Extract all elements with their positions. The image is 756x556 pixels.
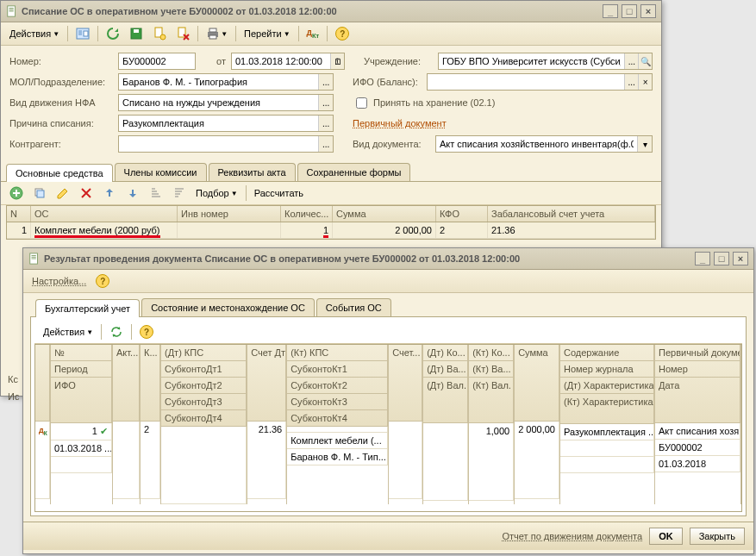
svg-point-6 <box>160 34 166 40</box>
cell-summa: 2 000,00 <box>333 222 436 238</box>
footer-bar: Отчет по движениям документа OK Закрыть <box>23 522 753 550</box>
goto-dropdown[interactable]: Перейти▼ <box>241 27 294 41</box>
calendar-icon[interactable]: 🗓 <box>330 53 344 69</box>
tab-saved-forms[interactable]: Сохраненные формы <box>297 163 411 181</box>
maximize-button[interactable]: □ <box>622 4 637 18</box>
label-ifo: ИФО (Баланс): <box>353 77 422 87</box>
copy-row-icon[interactable] <box>29 184 50 202</box>
doc-icon <box>6 5 18 17</box>
tb-refresh-icon[interactable] <box>103 25 123 42</box>
gh-zabal[interactable]: Забалансовый счет учета <box>488 206 655 222</box>
dtkt-icon: ДК <box>35 422 50 499</box>
titlebar-2: Результат проведения документа Списание … <box>23 248 753 270</box>
svg-rect-9 <box>209 28 216 32</box>
sort-asc-icon[interactable] <box>146 184 166 202</box>
ellipsis-icon[interactable]: ... <box>624 74 638 90</box>
tb-post-icon[interactable] <box>149 25 170 42</box>
svg-rect-2 <box>84 31 88 36</box>
main-toolbar: Действия▼ ▼ Перейти▼ ДКт ? <box>1 22 661 46</box>
tb-print-icon[interactable]: ▼ <box>203 25 231 42</box>
minimize-button[interactable]: _ <box>603 4 618 18</box>
rasschitat-button[interactable]: Рассчитать <box>251 186 307 200</box>
report-link[interactable]: Отчет по движениям документа <box>503 531 643 541</box>
tab-komissia[interactable]: Члены комиссии <box>115 163 207 181</box>
delete-row-icon[interactable] <box>76 184 97 202</box>
close-button[interactable]: × <box>733 252 748 266</box>
field-mol[interactable]: ... <box>118 73 334 91</box>
field-vid-doc[interactable]: ▾ <box>435 135 653 153</box>
refresh-icon[interactable] <box>106 323 127 340</box>
link-pervich-doc[interactable]: Первичный документ <box>353 118 447 128</box>
label-nomer: Номер: <box>9 56 113 66</box>
tab-buh[interactable]: Бухгалтерский учет <box>35 299 140 317</box>
dropdown-icon[interactable]: ▾ <box>637 136 652 152</box>
podbor-dropdown[interactable]: Подбор▼ <box>192 186 241 200</box>
grid-toolbar: Подбор▼ Рассчитать <box>1 182 661 205</box>
edit-row-icon[interactable] <box>53 184 73 202</box>
sort-desc-icon[interactable] <box>169 184 190 202</box>
svg-rect-13 <box>37 191 44 197</box>
grid-os: N ОС Инв номер Количес... Сумма КФО Заба… <box>6 205 656 240</box>
window-title-2: Результат проведения документа Списание … <box>44 253 695 264</box>
cell-kfo: 2 <box>436 222 488 238</box>
field-uchrezh[interactable]: ...🔍 <box>438 53 653 70</box>
toolbar-2: Настройка... ? <box>23 270 753 293</box>
close-button[interactable]: × <box>640 4 656 18</box>
ellipsis-icon[interactable]: ... <box>318 136 333 152</box>
gh-qty[interactable]: Количес... <box>281 206 333 222</box>
label-mol: МОЛ/Подразделение: <box>9 77 113 87</box>
ellipsis-icon[interactable]: ... <box>318 116 333 131</box>
svg-rect-4 <box>134 29 139 33</box>
titlebar: Списание ОС в оперативном учете БУ000002… <box>1 1 661 22</box>
field-vid-dvizh[interactable]: ... <box>118 94 334 111</box>
cell-os: Комплект мебели (2000 руб) <box>31 222 178 238</box>
add-row-icon[interactable] <box>6 184 27 202</box>
window-title: Списание ОС в оперативном учете БУ000002… <box>22 6 603 16</box>
move-up-icon[interactable] <box>99 184 120 202</box>
gh-os[interactable]: ОС <box>31 206 178 222</box>
gh-summa[interactable]: Сумма <box>333 206 436 222</box>
tb-dtkt-icon[interactable]: ДКт <box>303 27 323 41</box>
clear-icon[interactable]: × <box>638 74 652 90</box>
help-button[interactable]: ? <box>136 323 157 340</box>
tab-os[interactable]: Основные средства <box>6 164 113 182</box>
ellipsis-icon[interactable]: ... <box>318 95 333 110</box>
cell-qty: 1 <box>281 222 333 238</box>
label-ot: от <box>216 56 226 66</box>
tb-form-icon[interactable] <box>72 25 93 42</box>
gh-inv[interactable]: Инв номер <box>178 206 281 222</box>
ellipsis-icon[interactable]: ... <box>318 74 333 90</box>
tb-unpost-icon[interactable] <box>172 25 193 42</box>
help-button[interactable]: ? <box>92 272 113 290</box>
minimize-button[interactable]: _ <box>695 252 710 266</box>
ellipsis-icon[interactable]: ... <box>624 53 638 69</box>
gh-kfo[interactable]: КФО <box>436 206 488 222</box>
maximize-button[interactable]: □ <box>714 252 729 266</box>
tab-sobytiya[interactable]: События ОС <box>316 298 391 316</box>
label-uchrezh: Учреждение: <box>364 56 433 66</box>
fragment-k: Кс <box>8 374 18 384</box>
search-icon[interactable]: 🔍 <box>638 53 652 69</box>
field-prichina[interactable]: ... <box>118 115 334 132</box>
tab-sostoyanie[interactable]: Состояние и местонахождение ОС <box>141 298 315 316</box>
close-button-footer[interactable]: Закрыть <box>690 528 745 545</box>
help-button[interactable]: ? <box>332 25 353 42</box>
checkbox-prinyat[interactable]: Принять на хранение (02.1) <box>353 95 495 111</box>
tb-save-icon[interactable] <box>126 25 147 42</box>
move-down-icon[interactable] <box>122 184 143 202</box>
grid-row[interactable]: 1 Комплект мебели (2000 руб) 1 2 000,00 … <box>7 222 655 239</box>
field-nomer[interactable] <box>118 53 196 70</box>
label-kontragent: Контрагент: <box>9 139 113 149</box>
ok-button[interactable]: OK <box>649 528 683 545</box>
field-ifo[interactable]: ...× <box>427 73 653 91</box>
field-kontragent[interactable]: ... <box>118 135 334 153</box>
gh-n[interactable]: N <box>7 206 31 222</box>
tab-rekvizity[interactable]: Реквизиты акта <box>209 163 296 181</box>
settings-link[interactable]: Настройка... <box>28 274 90 288</box>
result-grid: ДК № Период ИФО 1 ✔ 01.03.2018 ... <box>35 345 741 504</box>
fragment-i: Ис <box>8 391 19 402</box>
actions-dropdown[interactable]: Действия▼ <box>6 27 63 41</box>
label-vid-doc: Вид документа: <box>353 139 430 149</box>
actions-dropdown-2[interactable]: Действия▼ <box>40 325 97 339</box>
field-date[interactable]: 🗓 <box>231 53 345 70</box>
